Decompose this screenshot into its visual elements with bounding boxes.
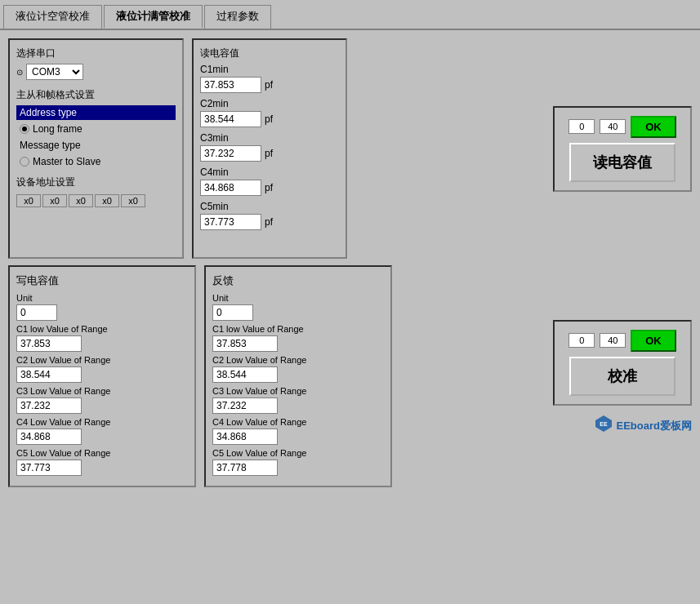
feedback-c4-input[interactable] <box>212 429 278 445</box>
read-ok-button[interactable]: OK <box>631 116 676 138</box>
cap-c2min-input[interactable] <box>200 111 261 127</box>
feedback-c5-group: C5 Low Value of Range <box>212 448 384 476</box>
feedback-unit-input[interactable] <box>212 304 253 321</box>
logo-text: EEboard爱板网 <box>617 419 692 433</box>
addr-input-4[interactable] <box>121 194 145 207</box>
com-radio-icon: ⊙ <box>16 68 23 77</box>
address-type-label: Address type <box>20 107 77 118</box>
feedback-c1-input[interactable] <box>212 335 278 352</box>
feedback-c5-label: C5 Low Value of Range <box>212 448 384 458</box>
cap-c1min-unit: pf <box>265 79 273 91</box>
tab-empty-calibrate[interactable]: 液位计空管校准 <box>3 5 102 29</box>
long-frame-radio <box>20 124 29 134</box>
feedback-c3-input[interactable] <box>212 397 278 414</box>
write-unit-input[interactable] <box>16 304 57 321</box>
write-c3-label: C3 Low Value of Range <box>16 386 188 396</box>
read-input-row: OK <box>568 116 676 138</box>
write-cap-title: 写电容值 <box>16 273 188 288</box>
cap-c5min-input[interactable] <box>200 214 261 230</box>
read-cap-title: 读电容值 <box>200 47 339 60</box>
write-c3-group: C3 Low Value of Range <box>16 386 188 414</box>
write-c1-input[interactable] <box>16 335 82 352</box>
feedback-c5-input[interactable] <box>212 460 278 476</box>
cap-c5min-row: C5min pf <box>200 201 339 230</box>
write-c4-group: C4 Low Value of Range <box>16 417 188 445</box>
cap-c4min-input[interactable] <box>200 180 261 196</box>
addr-input-0[interactable] <box>16 194 41 207</box>
feedback-c2-label: C2 Low Value of Range <box>212 355 384 365</box>
feedback-unit-label: Unit <box>212 293 384 303</box>
com-port-select[interactable]: COM3 COM1 COM2 COM4 <box>26 64 83 80</box>
write-c5-label: C5 Low Value of Range <box>16 448 188 458</box>
write-c2-input[interactable] <box>16 366 82 383</box>
feedback-panel: 反馈 Unit C1 low Value of Range C2 Low Val… <box>204 265 392 487</box>
write-unit-group: Unit <box>16 293 188 321</box>
feedback-c4-group: C4 Low Value of Range <box>212 417 384 445</box>
tab-process-params[interactable]: 过程参数 <box>204 5 271 29</box>
feedback-c3-label: C3 Low Value of Range <box>212 386 384 396</box>
com-port-row: ⊙ COM3 COM1 COM2 COM4 <box>16 64 176 80</box>
feedback-c2-group: C2 Low Value of Range <box>212 355 384 383</box>
tab-full-calibrate[interactable]: 液位计满管校准 <box>104 5 203 29</box>
message-type-row[interactable]: Message type <box>16 138 176 153</box>
feedback-c1-label: C1 low Value of Range <box>212 324 384 334</box>
cap-c2min-row: C2min pf <box>200 98 339 127</box>
write-c5-input[interactable] <box>16 460 82 476</box>
write-c4-label: C4 Low Value of Range <box>16 417 188 427</box>
com-section-label: 选择串口 <box>16 47 176 60</box>
calibrate-ok-button[interactable]: OK <box>631 330 676 352</box>
long-frame-label: Long frame <box>33 123 82 135</box>
address-type-row[interactable]: Address type <box>16 105 176 120</box>
feedback-c2-input[interactable] <box>212 366 278 383</box>
calibrate-btn-panel: OK 校准 <box>553 320 692 406</box>
master-slave-row[interactable]: Master to Slave <box>16 154 176 169</box>
cap-c5min-unit: pf <box>265 216 273 228</box>
top-row: 选择串口 ⊙ COM3 COM1 COM2 COM4 主从和帧格式设置 Addr… <box>8 38 692 259</box>
cap-c1min-row: C1min pf <box>200 64 339 93</box>
frame-section-label: 主从和帧格式设置 <box>16 88 176 102</box>
feedback-title: 反馈 <box>212 273 384 288</box>
write-c5-group: C5 Low Value of Range <box>16 448 188 476</box>
calibrate-input1[interactable] <box>568 333 595 348</box>
cap-c1min-label: C1min <box>200 64 339 75</box>
cap-c1min-input[interactable] <box>200 77 261 93</box>
message-type-label: Message type <box>20 140 81 151</box>
main-content: 选择串口 ⊙ COM3 COM1 COM2 COM4 主从和帧格式设置 Addr… <box>0 30 700 604</box>
write-c1-group: C1 low Value of Range <box>16 324 188 352</box>
addr-input-1[interactable] <box>42 194 67 207</box>
write-c4-input[interactable] <box>16 429 82 445</box>
cap-c4min-row: C4min pf <box>200 167 339 196</box>
cap-c3min-unit: pf <box>265 148 273 159</box>
cap-c3min-input[interactable] <box>200 145 261 162</box>
cap-c3min-label: C3min <box>200 132 339 144</box>
write-c1-label: C1 low Value of Range <box>16 324 188 334</box>
read-input2[interactable] <box>600 119 626 134</box>
cap-c5min-label: C5min <box>200 201 339 212</box>
write-c2-label: C2 Low Value of Range <box>16 355 188 365</box>
write-unit-label: Unit <box>16 293 188 303</box>
write-c2-group: C2 Low Value of Range <box>16 355 188 383</box>
address-row <box>16 194 176 207</box>
calibrate-input2[interactable] <box>600 333 626 348</box>
read-cap-button[interactable]: 读电容值 <box>569 143 675 182</box>
read-btn-panel: OK 读电容值 <box>553 106 692 192</box>
long-frame-row[interactable]: Long frame <box>16 122 176 136</box>
addr-input-3[interactable] <box>95 194 119 207</box>
svg-text:EE: EE <box>600 421 608 427</box>
master-slave-label: Master to Slave <box>33 156 100 167</box>
tab-bar: 液位计空管校准 液位计满管校准 过程参数 <box>0 0 700 30</box>
write-c3-input[interactable] <box>16 397 82 414</box>
eeboardlogo-icon: EE <box>594 414 613 433</box>
calibrate-button[interactable]: 校准 <box>569 357 675 396</box>
frame-settings: Address type Long frame Message type Mas… <box>16 105 176 169</box>
read-cap-panel: 读电容值 C1min pf C2min pf C3min pf <box>192 38 347 259</box>
read-input1[interactable] <box>568 119 595 134</box>
addr-input-2[interactable] <box>69 194 93 207</box>
cap-c4min-label: C4min <box>200 167 339 178</box>
master-slave-radio <box>20 157 29 167</box>
feedback-c3-group: C3 Low Value of Range <box>212 386 384 414</box>
cap-c2min-unit: pf <box>265 113 273 125</box>
feedback-c1-group: C1 low Value of Range <box>212 324 384 352</box>
cap-c2min-label: C2min <box>200 98 339 109</box>
config-panel: 选择串口 ⊙ COM3 COM1 COM2 COM4 主从和帧格式设置 Addr… <box>8 38 184 259</box>
